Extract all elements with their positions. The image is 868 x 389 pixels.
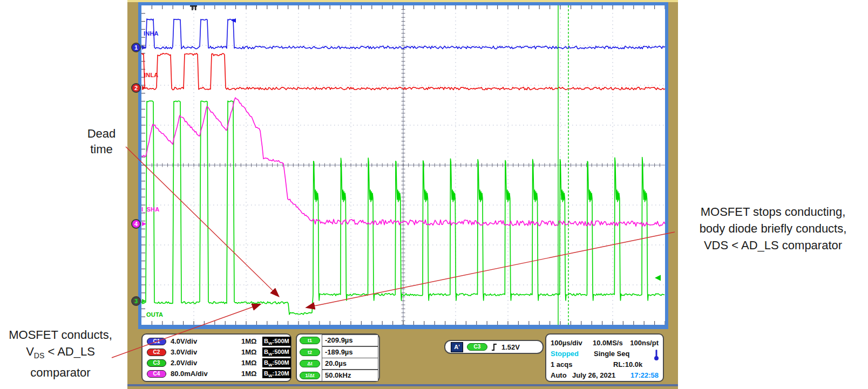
waveform-display (141, 5, 665, 325)
date: July 26, 2021 (572, 371, 615, 379)
t2-value: -189.9µs (322, 346, 378, 358)
trigger-level: 1.52V (501, 343, 520, 351)
channel-4-marker[interactable]: 4 (131, 219, 141, 229)
channel-settings-box: C1 4.0V/div 1MΩ BW:500M C2 3.0V/div 1MΩ … (141, 333, 291, 382)
acquisition-mode: Single Seq (594, 350, 629, 358)
rising-edge-icon (491, 343, 498, 351)
cursor-row-t1: t1 -209.9µs (297, 335, 379, 346)
page: Dead time MOSFET conducts, VDS < AD_LS c… (0, 0, 868, 389)
timebase-scale: 100µs/div (551, 339, 582, 347)
trigger-readout-box: A' C3 1.52V (444, 340, 544, 354)
dead-time-line1: Dead (87, 127, 116, 140)
trigger-mode: Auto (551, 371, 567, 379)
mosfet-stops-annotation: MOSFET stops conducting, body diode brie… (678, 203, 868, 254)
trace-label-outa: OUTA (146, 311, 163, 318)
c2-badge[interactable]: C2 (147, 349, 166, 356)
trigger-source-badge[interactable]: C3 (467, 343, 487, 351)
channel-4-arrow-icon (142, 222, 146, 226)
dt-badge: Δt (300, 360, 320, 367)
cursor-readout-box: t1 -209.9µs t2 -189.9µs Δt 20.0µs 1/Δt 5… (296, 333, 380, 382)
scope-bottom-edge (127, 384, 678, 386)
trace-label-inla: INLA (144, 72, 158, 78)
channel-row-c1: C1 4.0V/div 1MΩ BW:500M (143, 336, 290, 347)
inv-dt-badge: 1/Δt (300, 372, 320, 379)
dt-value: 20.0µs (322, 358, 378, 370)
channel-3-marker[interactable]: 3 (131, 296, 141, 306)
c4-impedance: 1MΩ (241, 370, 256, 378)
cursor-row-dt: Δt 20.0µs (297, 358, 379, 370)
c3-scale: 2.0V/div (171, 359, 197, 367)
mosfet-conducts-annotation: MOSFET conducts, VDS < AD_LS comparator (0, 326, 121, 381)
clock-time: 17:22:58 (630, 371, 659, 379)
c1-badge[interactable]: C1 (147, 338, 166, 345)
channel-row-c3: C3 2.0V/div 1MΩ BW:500M (143, 358, 290, 368)
timebase-box: 100µs/div 10.0MS/s 100ns/pt Stopped Sing… (545, 333, 664, 382)
sample-rate: 10.0MS/s (593, 339, 623, 347)
c1-impedance: 1MΩ (241, 337, 256, 345)
channel-2-marker[interactable]: 2 (131, 83, 141, 93)
acquisition-status: Stopped (551, 350, 579, 358)
c2-impedance: 1MΩ (241, 348, 256, 356)
thermometer-icon (654, 349, 659, 361)
channel-1-arrow-icon (142, 45, 146, 50)
dead-time-line2: time (90, 142, 113, 156)
graticule (141, 5, 665, 325)
c1-bandwidth: BW:500M (262, 337, 291, 346)
t1-value: -209.9µs (322, 335, 378, 346)
c3-impedance: 1MΩ (241, 359, 256, 367)
acquisition-count: 1 acqs (551, 360, 572, 368)
channel-2-arrow-icon (142, 86, 146, 90)
c2-scale: 3.0V/div (171, 348, 197, 356)
c4-bandwidth: BW:120M (262, 369, 291, 378)
c4-badge[interactable]: C4 (147, 370, 166, 378)
channel-1-marker[interactable]: 1 (131, 43, 141, 52)
c3-badge[interactable]: C3 (147, 359, 166, 367)
record-length: RL:10.0k (613, 360, 642, 368)
channel-row-c2: C2 3.0V/div 1MΩ BW:500M (143, 347, 290, 358)
t2-badge: t2 (300, 349, 320, 356)
c2-bandwidth: BW:500M (262, 347, 291, 357)
c1-scale: 4.0V/div (171, 337, 197, 345)
channel-3-arrow-icon (142, 299, 146, 303)
sample-resolution: 100ns/pt (630, 339, 659, 347)
trace-label-inha: INHA (144, 30, 159, 37)
c3-bandwidth: BW:500M (262, 358, 291, 367)
c4-scale: 80.0mA/div (171, 370, 208, 378)
oscilloscope-screenshot: 1 2 4 3 INHA INLA I_SHA OUTA C1 4.0V/div… (127, 0, 678, 389)
cursor-row-t2: t2 -189.9µs (297, 346, 379, 358)
trace-label-isha: I_SHA (141, 206, 159, 213)
trigger-aux-badge: A' (451, 342, 463, 352)
t1-badge: t1 (300, 337, 320, 344)
cursor-row-freq: 1/Δt 50.0kHz (297, 370, 379, 381)
channel-row-c4: C4 80.0mA/div 1MΩ BW:120M (143, 368, 290, 379)
inv-dt-value: 50.0kHz (322, 370, 378, 381)
